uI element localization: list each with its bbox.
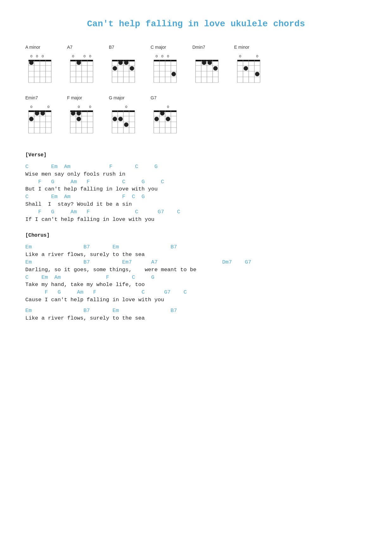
- svg-text:o: o: [30, 54, 33, 58]
- chord-name: F major: [67, 95, 82, 100]
- svg-point-150: [166, 117, 170, 121]
- svg-text:o: o: [167, 104, 169, 109]
- section-label: [Verse]: [25, 152, 367, 158]
- lyric-line: But I can't help falling in love with yo…: [25, 185, 367, 193]
- chord-name: A minor: [25, 45, 40, 50]
- svg-text:o: o: [156, 54, 158, 58]
- svg-point-72: [208, 60, 212, 65]
- chord-line: Em B7 Em B7: [25, 307, 367, 315]
- svg-point-29: [77, 60, 81, 65]
- svg-text:o: o: [78, 104, 80, 109]
- svg-point-41: [118, 60, 123, 65]
- svg-text:o: o: [89, 54, 91, 58]
- svg-text:o: o: [89, 104, 91, 109]
- chord-line: F G Am F C G7 C: [25, 208, 367, 216]
- chord-line: F G Am F C G C: [25, 178, 367, 186]
- chord-line: C Em Am F C G: [25, 274, 367, 281]
- chord-diagram: Emin7oo: [25, 95, 54, 136]
- chord-diagram: A7ooo: [67, 45, 96, 86]
- svg-text:o: o: [72, 54, 74, 58]
- chord-line: Em B7 Em7 A7 Dm7 G7: [25, 259, 367, 266]
- svg-text:o: o: [239, 54, 241, 58]
- chord-line: F G Am F C G7 C: [25, 289, 367, 296]
- svg-text:o: o: [161, 54, 164, 58]
- svg-text:o: o: [30, 104, 33, 109]
- chord-line: Em B7 Em B7: [25, 243, 367, 251]
- svg-text:o: o: [42, 54, 44, 58]
- chord-name: B7: [109, 45, 114, 50]
- chord-name: Emin7: [25, 95, 38, 100]
- chord-name: C major: [151, 45, 166, 50]
- svg-text:o: o: [47, 104, 50, 109]
- chord-name: E minor: [234, 45, 249, 50]
- lyric-line: Take my hand, take my whole life, too: [25, 281, 367, 289]
- lyric-line: If I can't help falling in love with you: [25, 216, 367, 223]
- svg-point-43: [113, 66, 117, 71]
- chord-diagram: A minorooo: [25, 45, 54, 86]
- svg-point-87: [244, 66, 248, 71]
- svg-text:o: o: [167, 54, 169, 58]
- chord-diagram: E minoroo: [234, 45, 263, 86]
- chord-name: A7: [67, 45, 72, 50]
- svg-point-118: [71, 111, 75, 115]
- svg-point-149: [154, 117, 159, 121]
- svg-point-120: [77, 117, 81, 121]
- chord-name: G major: [109, 95, 125, 100]
- svg-point-133: [113, 117, 117, 121]
- svg-point-59: [171, 72, 176, 76]
- lyric-line: Shall I stay? Would it be a sin: [25, 201, 367, 208]
- chord-line: C Em Am F C G: [25, 163, 367, 171]
- svg-point-102: [35, 111, 39, 115]
- lyric-line: Darling, so it goes, some things, were m…: [25, 266, 367, 274]
- svg-point-42: [124, 60, 128, 65]
- chord-diagram: G7o: [151, 95, 180, 136]
- svg-point-71: [202, 60, 206, 65]
- chord-name: G7: [151, 95, 157, 100]
- svg-text:o: o: [256, 54, 258, 58]
- svg-text:o: o: [125, 104, 128, 109]
- section: [Chorus]Em B7 Em B7Like a river flows, s…: [25, 233, 367, 322]
- lyrics-container: [Verse]C Em Am F C GWise men say only fo…: [25, 152, 367, 322]
- chord-diagram: G majoro: [109, 95, 138, 136]
- svg-point-119: [77, 111, 81, 115]
- page-title: Can't help falling in love ukulele chord…: [25, 19, 367, 29]
- lyric-line: Wise men say only fools rush in: [25, 171, 367, 178]
- chord-diagrams-section: A minoroooA7oooB7C majoroooDmin7E minoro…: [25, 45, 367, 136]
- lyric-line: Like a river flows, surely to the sea: [25, 315, 367, 322]
- lyric-line: Like a river flows, surely to the sea: [25, 251, 367, 259]
- chord-line: C Em Am F C G: [25, 193, 367, 201]
- svg-point-135: [124, 122, 128, 127]
- svg-point-134: [118, 117, 123, 121]
- svg-point-73: [213, 66, 218, 71]
- chord-name: Dmin7: [192, 45, 205, 50]
- section: [Verse]C Em Am F C GWise men say only fo…: [25, 152, 367, 223]
- lyric-line: Cause I can't help falling in love with …: [25, 296, 367, 304]
- chord-diagram: B7: [109, 45, 138, 86]
- svg-text:o: o: [84, 54, 86, 58]
- svg-text:o: o: [36, 54, 38, 58]
- chord-diagram: Dmin7: [192, 45, 221, 86]
- svg-point-14: [29, 60, 34, 65]
- svg-point-103: [40, 111, 45, 115]
- chord-diagram: C majorooo: [151, 45, 180, 86]
- chord-diagram: F majoroo: [67, 95, 96, 136]
- svg-point-88: [255, 72, 259, 76]
- svg-point-148: [160, 111, 165, 115]
- svg-point-44: [130, 66, 134, 71]
- section-label: [Chorus]: [25, 233, 367, 238]
- svg-point-104: [29, 117, 34, 121]
